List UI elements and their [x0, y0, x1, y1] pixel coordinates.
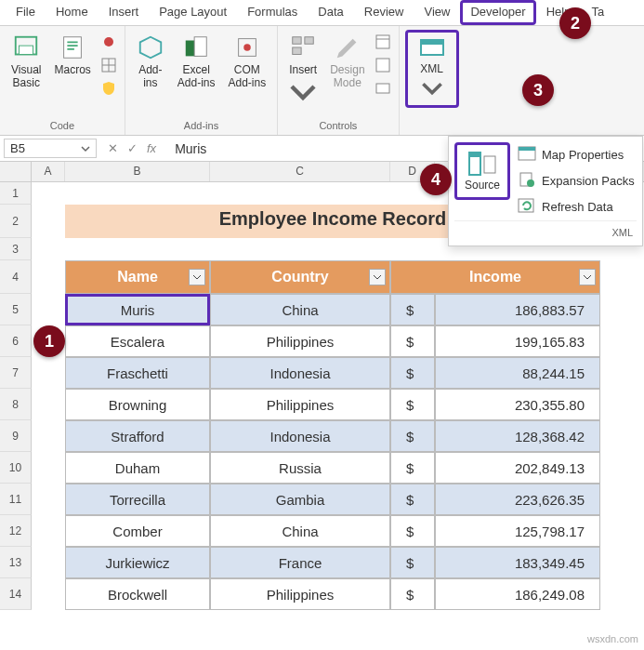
- cell-country[interactable]: Philippines: [210, 325, 390, 357]
- cell-currency[interactable]: $: [390, 420, 435, 452]
- tab-developer[interactable]: Developer: [460, 0, 535, 25]
- cell-country[interactable]: Indonesia: [210, 357, 390, 389]
- design-mode-button[interactable]: Design Mode: [324, 30, 370, 94]
- refresh-data-button[interactable]: Refresh Data: [516, 196, 637, 217]
- properties-icon: [375, 33, 391, 50]
- cell-income[interactable]: 88,244.15: [435, 357, 600, 389]
- row-header[interactable]: 4: [0, 260, 32, 294]
- row-header[interactable]: 9: [0, 420, 32, 452]
- record-macro-button[interactable]: [100, 33, 117, 53]
- cell-currency[interactable]: $: [390, 294, 435, 325]
- xml-source-button[interactable]: Source: [454, 142, 510, 200]
- row-header[interactable]: 1: [0, 182, 32, 205]
- row-header[interactable]: 3: [0, 238, 32, 260]
- xml-button[interactable]: XML: [405, 30, 459, 108]
- cell-name[interactable]: Jurkiewicz: [65, 547, 210, 578]
- chevron-down-icon: [192, 272, 202, 282]
- cell-country[interactable]: France: [210, 547, 390, 578]
- tab-review[interactable]: Review: [354, 0, 414, 25]
- formula-input[interactable]: Muris: [164, 141, 206, 156]
- cell-name[interactable]: Strafford: [65, 420, 210, 452]
- cell-name[interactable]: Escalera: [65, 325, 210, 357]
- insert-controls-button[interactable]: Insert: [283, 30, 322, 110]
- row-header[interactable]: 6: [0, 325, 32, 357]
- view-code-button[interactable]: [375, 57, 391, 76]
- cell-currency[interactable]: $: [390, 484, 435, 515]
- filter-button-name[interactable]: [189, 269, 205, 285]
- cell-country[interactable]: Russia: [210, 452, 390, 484]
- cell-income[interactable]: 223,626.35: [435, 484, 600, 515]
- cell-income[interactable]: 202,849.13: [435, 452, 600, 484]
- cell-income[interactable]: 199,165.83: [435, 325, 600, 357]
- row-header[interactable]: 12: [0, 515, 32, 547]
- macro-security-button[interactable]: [100, 80, 117, 99]
- cell-name[interactable]: Brockwell: [65, 578, 210, 610]
- cell-country[interactable]: Philippines: [210, 578, 390, 610]
- tab-insert[interactable]: Insert: [99, 0, 150, 25]
- row-header[interactable]: 2: [0, 205, 32, 238]
- xml-dropdown-panel: Source Map Properties Expansion Packs Re…: [448, 136, 643, 246]
- cell-income[interactable]: 128,368.42: [435, 420, 600, 452]
- svg-marker-5: [140, 37, 162, 59]
- tab-formulas[interactable]: Formulas: [237, 0, 308, 25]
- cancel-icon[interactable]: ✕: [108, 141, 118, 155]
- cell-country[interactable]: Gambia: [210, 484, 390, 515]
- addins-button[interactable]: Add- ins: [131, 30, 170, 94]
- cell-currency[interactable]: $: [390, 357, 435, 389]
- row-header[interactable]: 5: [0, 294, 32, 325]
- cell-income[interactable]: 230,355.80: [435, 389, 600, 420]
- select-all-button[interactable]: [0, 162, 32, 181]
- cell-income[interactable]: 125,798.17: [435, 515, 600, 547]
- fx-icon[interactable]: fx: [147, 141, 156, 155]
- cell-currency[interactable]: $: [390, 389, 435, 420]
- macros-button[interactable]: Macros: [48, 30, 96, 80]
- tab-home[interactable]: Home: [46, 0, 99, 25]
- cell-currency[interactable]: $: [390, 578, 435, 610]
- expansion-packs-button[interactable]: Expansion Packs: [516, 170, 637, 191]
- row-header[interactable]: 10: [0, 452, 32, 484]
- cell-name[interactable]: Torrecilla: [65, 484, 210, 515]
- cell-name[interactable]: Muris: [65, 294, 210, 325]
- map-properties-icon: [518, 146, 536, 163]
- cell-country[interactable]: China: [210, 515, 390, 547]
- properties-button[interactable]: [375, 33, 391, 53]
- row-header[interactable]: 11: [0, 484, 32, 515]
- excel-addins-button[interactable]: Excel Add-ins: [172, 30, 221, 94]
- col-header-b[interactable]: B: [65, 162, 210, 181]
- cell-income[interactable]: 183,349.45: [435, 547, 600, 578]
- cell-name[interactable]: Browning: [65, 389, 210, 420]
- cell-name[interactable]: Fraschetti: [65, 357, 210, 389]
- row-header[interactable]: 8: [0, 389, 32, 420]
- tab-view[interactable]: View: [414, 0, 460, 25]
- table-header-income: Income: [390, 260, 600, 294]
- col-header-c[interactable]: C: [210, 162, 390, 181]
- cell-country[interactable]: China: [210, 294, 390, 325]
- row-header[interactable]: 7: [0, 357, 32, 389]
- row-header[interactable]: 14: [0, 578, 32, 610]
- filter-button-country[interactable]: [369, 269, 386, 285]
- map-properties-button[interactable]: Map Properties: [516, 144, 637, 165]
- com-addins-button[interactable]: COM Add-ins: [223, 30, 272, 94]
- tab-file[interactable]: File: [6, 0, 46, 25]
- cell-currency[interactable]: $: [390, 452, 435, 484]
- name-box[interactable]: B5: [4, 139, 97, 158]
- cell-currency[interactable]: $: [390, 325, 435, 357]
- cell-income[interactable]: 186,883.57: [435, 294, 600, 325]
- tab-page-layout[interactable]: Page Layout: [149, 0, 237, 25]
- chevron-down-icon[interactable]: [81, 144, 90, 153]
- cell-income[interactable]: 186,249.08: [435, 578, 600, 610]
- cell-name[interactable]: Duham: [65, 452, 210, 484]
- relative-ref-button[interactable]: [100, 57, 117, 76]
- col-header-a[interactable]: A: [32, 162, 65, 181]
- filter-button-income[interactable]: [579, 269, 596, 285]
- run-dialog-button[interactable]: [375, 80, 391, 99]
- cell-name[interactable]: Comber: [65, 515, 210, 547]
- visual-basic-button[interactable]: Visual Basic: [6, 30, 46, 94]
- enter-icon[interactable]: ✓: [127, 141, 138, 155]
- cell-country[interactable]: Philippines: [210, 389, 390, 420]
- cell-currency[interactable]: $: [390, 515, 435, 547]
- row-header[interactable]: 13: [0, 547, 32, 578]
- cell-country[interactable]: Indonesia: [210, 420, 390, 452]
- cell-currency[interactable]: $: [390, 547, 435, 578]
- tab-data[interactable]: Data: [308, 0, 353, 25]
